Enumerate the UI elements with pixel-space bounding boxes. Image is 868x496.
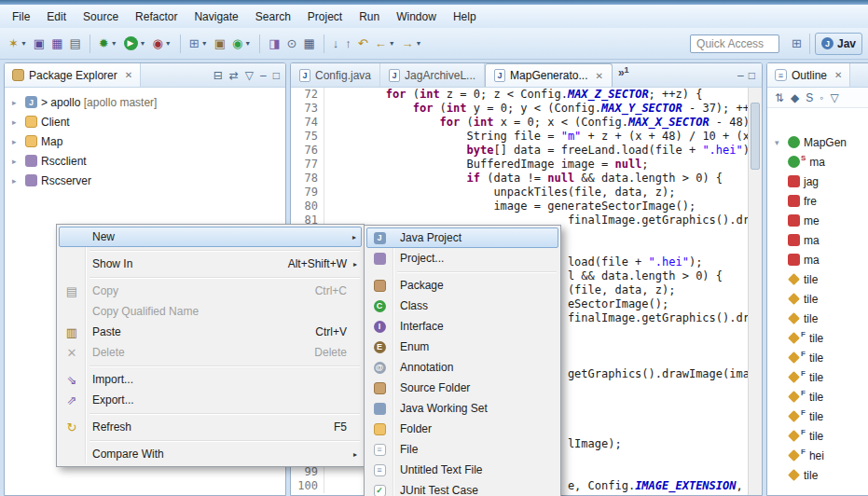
new-wizard-button[interactable]: ✶▼: [6, 33, 30, 55]
outline-item-ma-5[interactable]: ma: [769, 230, 868, 250]
new-java-project-button[interactable]: ⊞▼: [186, 33, 211, 55]
outline-item-me-4[interactable]: me: [769, 211, 868, 230]
menu-item-interface[interactable]: IInterface: [366, 316, 558, 337]
expand-arrow-icon[interactable]: ▸: [12, 157, 21, 166]
outline-item-mapgen-0[interactable]: ▾MapGen: [769, 132, 868, 152]
code-line[interactable]: 73 for (int y = 0; y < (Config.MAX_Y_SEC…: [291, 102, 748, 116]
menu-item-folder[interactable]: Folder: [366, 419, 558, 439]
outline-item-tile-12[interactable]: Ftile: [769, 367, 868, 387]
new-java-class-button[interactable]: ◉▼: [229, 33, 254, 55]
open-perspective-button[interactable]: ⊞: [789, 33, 805, 55]
maximize-icon[interactable]: □: [749, 69, 755, 82]
outline-item-tile-7[interactable]: tile: [769, 269, 868, 289]
code-line[interactable]: 76 byte[] data = freeLand.load(file + ".…: [291, 144, 748, 158]
coverage-button[interactable]: ◉▼: [150, 33, 174, 55]
minimize-icon[interactable]: –: [260, 69, 267, 82]
menu-edit[interactable]: Edit: [38, 7, 75, 27]
menu-item-new[interactable]: New▸: [59, 227, 362, 247]
tree-item-apollo[interactable]: ▸J> apollo [apollo master]: [7, 92, 283, 112]
close-icon[interactable]: ✕: [595, 71, 602, 81]
minimize-icon[interactable]: –: [737, 69, 744, 82]
menu-item-file[interactable]: ≡File: [366, 439, 558, 460]
menu-item-export[interactable]: ⇗Export...: [59, 390, 362, 410]
editor-tab-jagarchivel[interactable]: JJagArchiveL...: [380, 63, 485, 87]
open-table-button[interactable]: ▦: [300, 33, 317, 55]
java-perspective-button[interactable]: J Jav: [815, 33, 862, 55]
editor-tab-mapgenerato[interactable]: JMapGenerato...✕: [485, 63, 613, 87]
menu-item-source-folder[interactable]: Source Folder: [366, 378, 558, 398]
link-with-editor-icon[interactable]: ⇄: [229, 69, 239, 82]
view-menu-icon[interactable]: ▽: [245, 69, 254, 82]
editor-scrollbar-thumb[interactable]: [751, 103, 760, 170]
previous-annotation-button[interactable]: ↑: [342, 33, 354, 55]
hide-fields-icon[interactable]: ◆: [791, 91, 799, 104]
editor-scrollbar[interactable]: [748, 88, 762, 495]
menu-item-java-project[interactable]: JJava Project: [366, 227, 558, 248]
code-line[interactable]: 72 for (int z = 0; z < Config.MAX_Z_SECT…: [291, 88, 748, 102]
menu-search[interactable]: Search: [247, 7, 299, 27]
back-button[interactable]: ←▼: [372, 33, 398, 55]
menu-item-untitled-text-file[interactable]: ≡Untitled Text File: [366, 460, 558, 480]
menu-item-compare-with[interactable]: Compare With▸: [59, 444, 362, 464]
menu-item-java-working-set[interactable]: Java Working Set: [366, 398, 558, 419]
save-all-button[interactable]: ▦: [48, 33, 65, 55]
outline-item-tile-8[interactable]: tile: [769, 289, 868, 309]
menu-item-refresh[interactable]: ↻RefreshF5: [59, 417, 362, 437]
last-edit-location-button[interactable]: ↶: [355, 33, 371, 55]
outline-item-ma-1[interactable]: Sma: [769, 152, 868, 172]
save-button[interactable]: ▣: [31, 33, 48, 55]
expand-arrow-icon[interactable]: ▸: [12, 98, 21, 107]
menu-item-annotation[interactable]: @Annotation: [366, 357, 558, 378]
open-jar-button[interactable]: ◨: [266, 33, 282, 55]
menu-run[interactable]: Run: [351, 7, 388, 27]
expand-arrow-icon[interactable]: ▸: [12, 176, 21, 186]
outline-item-tile-14[interactable]: Ftile: [769, 406, 868, 426]
menu-item-junit-test-case[interactable]: ✓JUnit Test Case: [366, 480, 558, 496]
outline-tab[interactable]: ≡ Outline ✕: [767, 63, 850, 87]
tree-item-rscclient[interactable]: ▸Rscclient: [7, 151, 283, 171]
tree-item-rscserver[interactable]: ▸Rscserver: [7, 171, 283, 190]
outline-item-tile-17[interactable]: tile: [769, 465, 868, 485]
collapse-arrow-icon[interactable]: ▾: [775, 138, 784, 147]
tab-overflow-button[interactable]: »1: [613, 63, 635, 87]
menu-source[interactable]: Source: [75, 7, 127, 27]
menu-file[interactable]: File: [4, 7, 38, 27]
maximize-icon[interactable]: □: [273, 69, 280, 82]
tree-item-client[interactable]: ▸Client: [7, 112, 283, 131]
code-line[interactable]: 78 if (data != null && data.length > 0) …: [291, 172, 748, 186]
outline-item-tile-15[interactable]: Ftile: [769, 426, 868, 446]
outline-item-hei-16[interactable]: Fhei: [769, 446, 868, 465]
menu-help[interactable]: Help: [445, 7, 485, 27]
code-line[interactable]: 80 image = generateSectorImage();: [291, 200, 748, 214]
outline-item-fre-3[interactable]: fre: [769, 191, 868, 211]
editor-tab-config-java[interactable]: JConfig.java: [291, 63, 380, 87]
hide-static-icon[interactable]: S: [806, 91, 813, 104]
sort-icon[interactable]: ⇅: [775, 91, 784, 104]
expand-arrow-icon[interactable]: ▸: [12, 117, 21, 127]
menu-item-copy-qualified-name[interactable]: Copy Qualified Name: [59, 301, 362, 322]
close-icon[interactable]: ✕: [125, 70, 132, 80]
hide-non-public-icon[interactable]: ◦: [820, 91, 823, 104]
expand-arrow-icon[interactable]: ▸: [12, 137, 21, 146]
menu-item-class[interactable]: CClass: [366, 296, 558, 316]
menu-project[interactable]: Project: [299, 7, 351, 27]
collapse-all-icon[interactable]: ⊟: [214, 69, 223, 82]
debug-button[interactable]: ✹▼: [96, 33, 120, 55]
print-button[interactable]: ▤: [66, 33, 83, 55]
tree-item-map[interactable]: ▸Map: [7, 131, 283, 151]
menu-navigate[interactable]: Navigate: [186, 7, 246, 27]
quick-access-input[interactable]: [690, 34, 779, 53]
forward-button[interactable]: →▼: [399, 33, 425, 55]
close-icon[interactable]: ✕: [834, 70, 842, 80]
run-button[interactable]: ▶▼: [121, 33, 149, 55]
package-explorer-tab[interactable]: Package Explorer ✕: [5, 63, 141, 87]
menu-item-delete[interactable]: ✕DeleteDelete: [59, 342, 362, 363]
code-line[interactable]: 77 BufferedImage image = null;: [291, 158, 748, 172]
outline-item-ma-6[interactable]: ma: [769, 250, 868, 269]
next-annotation-button[interactable]: ↓: [330, 33, 342, 55]
outline-item-tile-13[interactable]: Ftile: [769, 387, 868, 406]
menu-item-copy[interactable]: ▤CopyCtrl+C: [59, 281, 362, 301]
code-line[interactable]: 75 String file = "m" + z + (x + 48) / 10…: [291, 130, 748, 144]
menu-item-project[interactable]: Project...: [366, 248, 558, 269]
code-line[interactable]: 79 unpackTiles(file, data, z);: [291, 186, 748, 200]
